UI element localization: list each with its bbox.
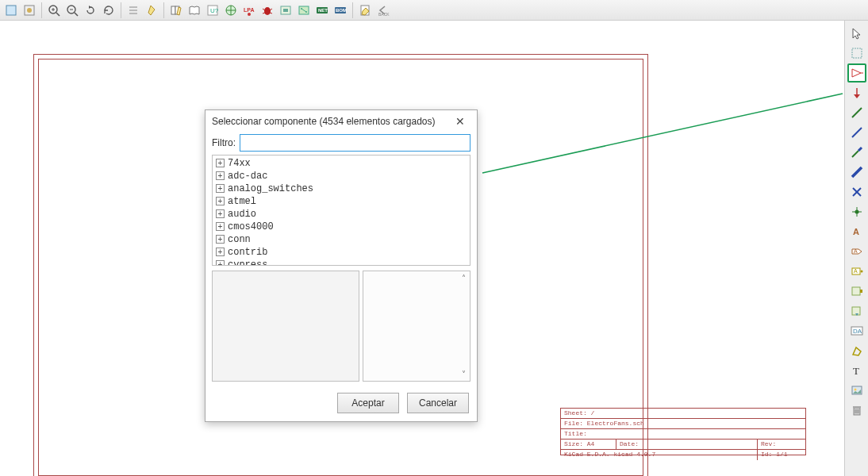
- tree-item-label: cypress: [228, 259, 267, 266]
- svg-rect-13: [171, 6, 175, 14]
- hier-label-icon[interactable]: A: [847, 262, 866, 281]
- bus-icon[interactable]: [847, 163, 866, 182]
- back-icon[interactable]: BACK: [374, 2, 392, 19]
- expand-icon[interactable]: +: [216, 159, 225, 167]
- list-icon[interactable]: [125, 2, 142, 19]
- refresh-icon[interactable]: [100, 2, 117, 19]
- tb-size: Size: A4: [561, 440, 616, 449]
- bom-icon[interactable]: BOM: [332, 2, 349, 19]
- no-connect-icon[interactable]: [847, 182, 866, 202]
- globe-icon[interactable]: [222, 2, 240, 19]
- tree-item[interactable]: +audio: [214, 208, 468, 221]
- tree-item[interactable]: +adc-dac: [214, 170, 468, 182]
- delete-icon[interactable]: [847, 401, 866, 420]
- title-block: Sheet: / File: ElectroFans.sch Title: Si…: [560, 408, 806, 455]
- select-icon[interactable]: [847, 44, 866, 63]
- view-icon[interactable]: [21, 2, 38, 19]
- zoom-out-icon[interactable]: [63, 2, 81, 19]
- svg-point-2: [27, 8, 32, 13]
- expand-icon[interactable]: +: [216, 222, 225, 231]
- svg-text:A: A: [854, 268, 858, 274]
- poly-icon[interactable]: [847, 341, 866, 360]
- tb-date: Date:: [616, 440, 758, 449]
- da-icon[interactable]: DA: [847, 321, 866, 340]
- expand-icon[interactable]: +: [216, 197, 225, 205]
- cvpcb-icon[interactable]: [277, 2, 294, 19]
- tree-item[interactable]: +contrib: [214, 246, 468, 259]
- expand-icon[interactable]: +: [216, 171, 225, 180]
- expand-icon[interactable]: +: [216, 248, 225, 256]
- wire-icon[interactable]: [847, 103, 866, 122]
- preview-panel-left: [212, 271, 359, 382]
- chevron-down-icon[interactable]: ˅: [462, 370, 466, 378]
- tree-item[interactable]: +atmel: [214, 195, 468, 208]
- tree-item-label: audio: [228, 209, 256, 220]
- text-icon[interactable]: T: [847, 361, 866, 380]
- book-icon[interactable]: [186, 2, 203, 19]
- tb-file: File: ElectroFans.sch: [561, 419, 805, 428]
- junction-icon[interactable]: [847, 202, 866, 221]
- svg-point-53: [860, 271, 862, 273]
- svg-point-48: [855, 210, 858, 214]
- tree-item[interactable]: +conn: [214, 233, 468, 246]
- sheet-icon[interactable]: [2, 2, 20, 19]
- tb-tool: KiCad E.D.A. kicad 4.0.7: [561, 450, 758, 460]
- place-component-icon[interactable]: [847, 63, 866, 83]
- svg-rect-54: [852, 287, 860, 295]
- close-icon[interactable]: ✕: [450, 113, 470, 130]
- expand-icon[interactable]: +: [216, 209, 225, 218]
- net-icon[interactable]: NET: [313, 2, 331, 19]
- svg-text:T: T: [853, 365, 859, 377]
- lpa-icon[interactable]: LPA: [240, 2, 258, 19]
- sheet-pin-icon[interactable]: [847, 282, 866, 301]
- select-component-dialog: Seleccionar componente (4534 elementos c…: [205, 109, 478, 422]
- cancel-button[interactable]: Cancelar: [407, 393, 469, 413]
- redo-icon[interactable]: [82, 2, 99, 19]
- svg-rect-0: [6, 6, 16, 15]
- schematic-canvas-area: Sheet: / File: ElectroFans.sch Title: Si…: [0, 21, 844, 476]
- edit-icon[interactable]: [356, 2, 374, 19]
- svg-text:BACK: BACK: [378, 12, 390, 17]
- chevron-up-icon[interactable]: ˄: [462, 274, 466, 282]
- image-icon[interactable]: [847, 381, 866, 400]
- expand-icon[interactable]: +: [216, 235, 225, 244]
- component-tree[interactable]: +74xx+adc-dac+analog_switches+atmel+audi…: [212, 155, 470, 266]
- note-icon[interactable]: [143, 2, 160, 19]
- tree-item-label: contrib: [228, 247, 267, 258]
- bug-icon[interactable]: [259, 2, 276, 19]
- tree-item[interactable]: +analog_switches: [214, 182, 468, 195]
- svg-point-19: [248, 13, 251, 16]
- expand-icon[interactable]: +: [216, 260, 225, 266]
- dialog-titlebar[interactable]: Seleccionar componente (4534 elementos c…: [205, 110, 477, 132]
- svg-line-42: [852, 128, 862, 137]
- power-port-icon[interactable]: [847, 83, 866, 102]
- bus-entry-icon[interactable]: [847, 143, 866, 162]
- tree-item-label: conn: [228, 234, 251, 245]
- annotate-icon[interactable]: U?: [204, 2, 221, 19]
- library-icon[interactable]: [167, 2, 185, 19]
- svg-text:U?: U?: [210, 7, 219, 14]
- global-label-icon[interactable]: A: [847, 242, 866, 261]
- label-icon[interactable]: A: [847, 222, 866, 241]
- svg-text:LPA: LPA: [244, 7, 254, 13]
- line-icon[interactable]: [847, 123, 866, 142]
- svg-text:NET: NET: [318, 8, 328, 13]
- tree-item[interactable]: +cmos4000: [214, 221, 468, 233]
- filter-input[interactable]: [240, 134, 470, 152]
- tree-item[interactable]: +cypress: [214, 259, 468, 266]
- zoom-in-icon[interactable]: [45, 2, 63, 19]
- tb-id: Id: 1/1: [758, 450, 805, 460]
- pcbnew-icon[interactable]: [295, 2, 313, 19]
- svg-line-43: [852, 167, 862, 177]
- svg-point-20: [264, 7, 271, 15]
- tree-item[interactable]: +74xx: [214, 157, 468, 170]
- import-pin-icon[interactable]: [847, 301, 866, 321]
- svg-text:DA: DA: [853, 328, 862, 335]
- cursor-icon[interactable]: [847, 24, 866, 43]
- tree-item-label: analog_switches: [228, 183, 313, 194]
- svg-point-60: [854, 389, 856, 391]
- svg-text:A: A: [854, 248, 858, 254]
- expand-icon[interactable]: +: [216, 184, 225, 193]
- accept-button[interactable]: Aceptar: [337, 393, 399, 413]
- preview-panel-right: ˄ ˅: [363, 271, 470, 382]
